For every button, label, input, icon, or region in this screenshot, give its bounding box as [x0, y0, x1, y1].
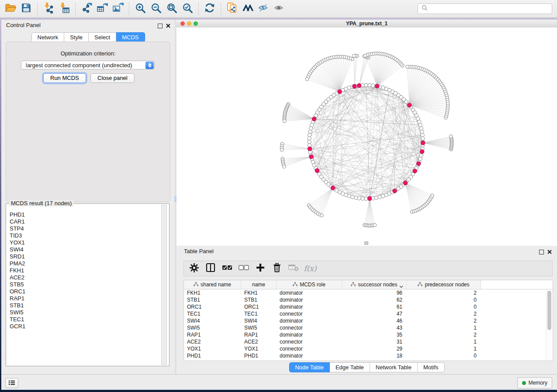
column-header-mcds-role[interactable]: MCDS role — [277, 280, 342, 289]
network-node[interactable] — [371, 84, 374, 87]
refresh-view-button[interactable] — [202, 2, 218, 16]
zoom-out-button[interactable] — [148, 2, 164, 16]
table-row[interactable]: YOX1YOX1connector291 — [184, 345, 553, 352]
sort-chevron-icon[interactable] — [399, 283, 403, 289]
mcds-result-item[interactable]: CAR1 — [7, 218, 161, 225]
network-node[interactable] — [420, 130, 424, 133]
mcds-hub-node[interactable] — [420, 150, 424, 154]
network-node[interactable] — [283, 165, 286, 168]
table-scrollbar[interactable] — [546, 289, 552, 360]
select-all-rows-button[interactable] — [219, 262, 235, 275]
network-node[interactable] — [449, 135, 453, 138]
mcds-result-item[interactable]: SWI5 — [7, 309, 161, 316]
float-panel-icon[interactable] — [158, 24, 163, 28]
table-row[interactable]: SWI5SWI5connector431 — [184, 324, 553, 331]
mcds-hub-node[interactable] — [421, 141, 425, 145]
tab-node-table[interactable]: Node Table — [289, 362, 330, 372]
function-builder-button[interactable]: f(x) — [302, 262, 318, 275]
tab-network[interactable]: Network — [31, 32, 64, 42]
mcds-hub-node[interactable] — [375, 84, 379, 88]
network-node[interactable] — [421, 137, 425, 140]
mcds-result-item[interactable]: PHD1 — [7, 211, 161, 218]
mcds-result-item[interactable]: GCR1 — [7, 323, 161, 330]
column-header-name[interactable]: name — [241, 280, 277, 289]
export-table-button[interactable] — [94, 2, 110, 16]
float-panel-icon[interactable] — [539, 250, 544, 254]
network-node[interactable] — [283, 119, 286, 123]
network-node[interactable] — [357, 196, 361, 200]
mcds-result-item[interactable]: SWI4 — [7, 246, 161, 253]
scrollbar-thumb[interactable] — [547, 291, 551, 330]
mcds-result-item[interactable]: YOX1 — [7, 239, 161, 246]
show-all-button[interactable] — [271, 2, 287, 16]
network-node[interactable] — [354, 196, 357, 199]
network-node[interactable] — [419, 154, 423, 157]
table-row[interactable]: PHD1PHD1dominator180 — [184, 352, 553, 359]
mcds-result-item[interactable]: ACE2 — [7, 274, 161, 281]
export-image-button[interactable] — [110, 2, 126, 16]
mcds-hub-node[interactable] — [403, 181, 407, 185]
hide-selected-button[interactable] — [256, 2, 271, 16]
memory-button[interactable]: Memory — [517, 377, 552, 389]
first-neighbors-button[interactable] — [240, 2, 256, 16]
network-node[interactable] — [374, 196, 378, 199]
mcds-result-list[interactable]: PHD1CAR1STP4TID3YOX1SWI4SRD1PMA2FKH1ACE2… — [7, 204, 161, 365]
network-node[interactable] — [364, 197, 368, 200]
network-node[interactable] — [421, 133, 424, 137]
open-session-button[interactable] — [3, 2, 18, 16]
network-node[interactable] — [368, 83, 371, 87]
minimize-window-icon[interactable] — [187, 21, 191, 26]
mcds-hub-node[interactable] — [357, 83, 361, 87]
table-row[interactable]: RAP1RAP1dominator352 — [184, 331, 553, 338]
mcds-result-scrollbar[interactable] — [161, 205, 167, 365]
mcds-hub-node[interactable] — [308, 147, 311, 151]
mcds-result-item[interactable]: SRD1 — [7, 253, 161, 260]
close-window-icon[interactable] — [180, 21, 185, 26]
network-node[interactable] — [308, 137, 311, 140]
network-node[interactable] — [351, 195, 354, 199]
mcds-hub-node[interactable] — [408, 103, 412, 107]
delete-table-button[interactable] — [285, 262, 302, 275]
mcds-hub-node[interactable] — [413, 169, 417, 173]
network-node[interactable] — [364, 54, 367, 58]
tab-mcds[interactable]: MCDS — [116, 32, 145, 42]
close-panel-icon[interactable] — [547, 248, 552, 256]
network-node[interactable] — [308, 133, 311, 137]
column-header-predecessor-nodes[interactable]: predecessor nodes — [407, 280, 481, 289]
mcds-hub-node[interactable] — [315, 168, 319, 172]
zoom-fit-button[interactable] — [164, 2, 180, 16]
table-row[interactable]: ORC1ORC1dominator610 — [184, 303, 553, 310]
column-header-shared-name[interactable]: shared name — [184, 280, 241, 289]
table-row[interactable]: ACE2ACE2connector311 — [184, 338, 553, 345]
search-input[interactable] — [428, 5, 548, 12]
tab-motifs[interactable]: Motifs — [418, 362, 445, 372]
export-network-button[interactable] — [79, 2, 94, 16]
network-node[interactable] — [305, 77, 309, 81]
tab-network-table[interactable]: Network Table — [370, 362, 418, 372]
close-panel-button[interactable]: Close panel — [90, 73, 135, 83]
save-session-button[interactable] — [18, 2, 34, 16]
mcds-result-item[interactable]: STP4 — [7, 225, 161, 232]
mcds-result-item[interactable]: TID3 — [7, 232, 161, 239]
mcds-hub-node[interactable] — [417, 162, 421, 165]
network-node[interactable] — [352, 54, 356, 58]
column-header-successor-nodes[interactable]: successor nodes — [342, 280, 407, 289]
mcds-result-item[interactable]: ORC1 — [7, 288, 161, 295]
table-row[interactable]: SWI4SWI4dominator462 — [184, 317, 553, 324]
mcds-hub-node[interactable] — [368, 196, 372, 200]
zoom-selected-button[interactable] — [180, 2, 195, 16]
network-node[interactable] — [373, 224, 377, 227]
network-node[interactable] — [431, 194, 434, 197]
close-panel-icon[interactable] — [166, 22, 170, 30]
delete-columns-button[interactable] — [269, 262, 285, 275]
network-window-titlebar[interactable]: YPA_prune.txt_1 — [176, 20, 557, 28]
import-table-button[interactable] — [56, 2, 72, 16]
deselect-all-rows-button[interactable] — [235, 262, 252, 275]
mcds-hub-node[interactable] — [353, 84, 356, 88]
zoom-in-button[interactable] — [132, 2, 148, 16]
network-node[interactable] — [364, 83, 368, 87]
mcds-result-item[interactable]: PMA2 — [7, 260, 161, 267]
mcds-result-item[interactable]: RAP1 — [7, 295, 161, 302]
table-row[interactable]: FKH1FKH1dominator962 — [184, 289, 553, 296]
mcds-hub-node[interactable] — [312, 117, 316, 121]
